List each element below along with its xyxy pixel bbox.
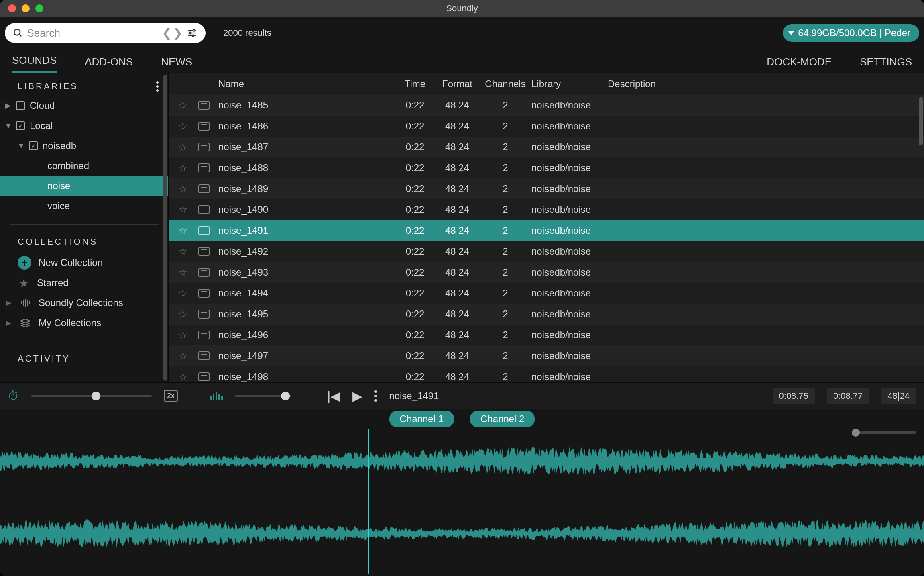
star-icon[interactable]: ☆	[178, 371, 187, 383]
search-box[interactable]: ❮ ❯	[5, 23, 206, 43]
cell-time: 0:22	[395, 225, 435, 236]
waveform-channel-1[interactable]	[0, 429, 924, 493]
fullscreen-window-button[interactable]	[35, 4, 43, 12]
waveform-panel[interactable]	[0, 429, 924, 574]
cell-library: noisedb/noise	[531, 162, 608, 174]
waveform-channel-2[interactable]	[0, 501, 924, 566]
starred-collection[interactable]: ★ Starred	[0, 273, 168, 293]
table-row[interactable]: ☆noise_14880:2248 242noisedb/noise	[169, 157, 924, 178]
search-input[interactable]	[27, 27, 158, 39]
results-table: Name Time Format Channels Library Descri…	[169, 73, 924, 382]
star-icon[interactable]: ☆	[178, 141, 187, 153]
channel-1-tab[interactable]: Channel 1	[389, 411, 454, 427]
col-description[interactable]: Description	[608, 78, 924, 90]
cell-channels: 2	[479, 141, 531, 153]
speed-2x-button[interactable]: 2x	[164, 390, 178, 402]
star-icon[interactable]: ☆	[178, 162, 187, 174]
slider-knob[interactable]	[92, 392, 100, 400]
table-row[interactable]: ☆noise_14980:2248 242noisedb/noise	[169, 366, 924, 382]
col-time[interactable]: Time	[395, 78, 435, 90]
table-row[interactable]: ☆noise_14860:2248 242noisedb/noise	[169, 116, 924, 137]
table-row[interactable]: ☆noise_14970:2248 242noisedb/noise	[169, 345, 924, 366]
col-library[interactable]: Library	[531, 78, 608, 90]
star-icon[interactable]: ☆	[178, 99, 187, 111]
tab-dock-mode[interactable]: DOCK-MODE	[767, 56, 832, 73]
cell-name: noise_1485	[218, 100, 395, 111]
star-icon[interactable]: ☆	[178, 120, 187, 132]
minimize-window-button[interactable]	[22, 4, 30, 12]
tree-item-combined[interactable]: combined	[0, 156, 168, 176]
checkbox-checked-icon[interactable]	[29, 141, 38, 150]
search-back-button[interactable]: ❮	[162, 27, 172, 39]
checkbox-checked-icon[interactable]	[16, 121, 25, 130]
libraries-menu-button[interactable]	[156, 81, 159, 92]
tab-addons[interactable]: ADD-ONS	[85, 56, 133, 73]
star-icon[interactable]: ☆	[178, 225, 187, 237]
cell-library: noisedb/noise	[531, 225, 608, 236]
table-row[interactable]: ☆noise_14890:2248 242noisedb/noise	[169, 178, 924, 199]
star-icon[interactable]: ☆	[178, 350, 187, 362]
tree-item-noisedb[interactable]: ▼ noisedb	[0, 136, 168, 156]
timecode-start[interactable]: 0:08.75	[773, 388, 815, 404]
cell-time: 0:22	[395, 308, 435, 320]
tree-item-local[interactable]: ▼ Local	[0, 116, 168, 136]
play-button[interactable]: ▶	[352, 388, 362, 404]
star-icon[interactable]: ☆	[178, 308, 187, 320]
close-window-button[interactable]	[8, 4, 16, 12]
checkbox-partial-icon[interactable]	[16, 101, 25, 110]
table-row[interactable]: ☆noise_14910:2248 242noisedb/noise	[169, 220, 924, 241]
player-menu-button[interactable]	[374, 390, 377, 402]
star-icon[interactable]: ☆	[178, 204, 187, 216]
tab-sounds[interactable]: SOUNDS	[12, 54, 57, 73]
soundly-collections[interactable]: ▶ Soundly Collections	[0, 293, 168, 313]
timecode-end[interactable]: 0:08.77	[827, 388, 869, 404]
channel-2-tab[interactable]: Channel 2	[470, 411, 535, 427]
cell-library: noisedb/noise	[531, 100, 608, 111]
tab-settings[interactable]: SETTINGS	[860, 56, 912, 73]
star-icon[interactable]: ☆	[178, 183, 187, 195]
storage-badge[interactable]: 64.99GB/500.0GB | Peder	[783, 24, 919, 42]
table-scrollbar[interactable]	[919, 97, 923, 145]
search-history-nav: ❮ ❯	[162, 27, 183, 39]
cell-library: noisedb/noise	[531, 141, 608, 153]
cell-time: 0:22	[395, 162, 435, 174]
table-row[interactable]: ☆noise_14950:2248 242noisedb/noise	[169, 304, 924, 325]
table-row[interactable]: ☆noise_14920:2248 242noisedb/noise	[169, 241, 924, 262]
stack-icon	[20, 318, 31, 328]
tree-item-voice[interactable]: voice	[0, 196, 168, 216]
cell-name: noise_1494	[218, 288, 395, 299]
col-name[interactable]: Name	[218, 78, 395, 90]
cell-format: 48 24	[435, 121, 479, 132]
table-row[interactable]: ☆noise_14940:2248 242noisedb/noise	[169, 283, 924, 304]
channel-tabs: Channel 1 Channel 2	[0, 409, 924, 429]
cell-time: 0:22	[395, 183, 435, 194]
table-row[interactable]: ☆noise_14850:2248 242noisedb/noise	[169, 95, 924, 116]
dropdown-icon	[788, 31, 794, 35]
star-icon[interactable]: ☆	[178, 329, 187, 341]
cell-time: 0:22	[395, 100, 435, 111]
star-icon[interactable]: ☆	[178, 245, 187, 257]
slider-knob[interactable]	[281, 392, 290, 400]
my-collections[interactable]: ▶ My Collections	[0, 313, 168, 333]
new-collection-button[interactable]: + New Collection	[0, 253, 168, 273]
table-row[interactable]: ☆noise_14900:2248 242noisedb/noise	[169, 199, 924, 220]
col-format[interactable]: Format	[435, 78, 479, 90]
search-forward-button[interactable]: ❯	[173, 27, 183, 39]
tab-news[interactable]: NEWS	[161, 56, 192, 73]
table-row[interactable]: ☆noise_14960:2248 242noisedb/noise	[169, 325, 924, 345]
tree-item-cloud[interactable]: ▶ Cloud	[0, 96, 168, 116]
playhead[interactable]	[368, 429, 369, 574]
now-playing-label: noise_1491	[389, 390, 439, 402]
volume-slider[interactable]	[235, 395, 291, 397]
table-row[interactable]: ☆noise_14930:2248 242noisedb/noise	[169, 262, 924, 283]
filter-icon[interactable]	[187, 27, 197, 39]
sidebar-scrollbar[interactable]	[163, 75, 167, 381]
col-channels[interactable]: Channels	[479, 78, 531, 90]
table-row[interactable]: ☆noise_14870:2248 242noisedb/noise	[169, 137, 924, 157]
star-icon[interactable]: ☆	[178, 266, 187, 278]
skip-start-button[interactable]: |◀	[327, 388, 340, 404]
star-icon[interactable]: ☆	[178, 287, 187, 299]
tree-item-noise[interactable]: noise	[0, 176, 168, 196]
clock-icon[interactable]: ⏱	[8, 389, 19, 402]
speed-slider[interactable]	[31, 395, 152, 397]
